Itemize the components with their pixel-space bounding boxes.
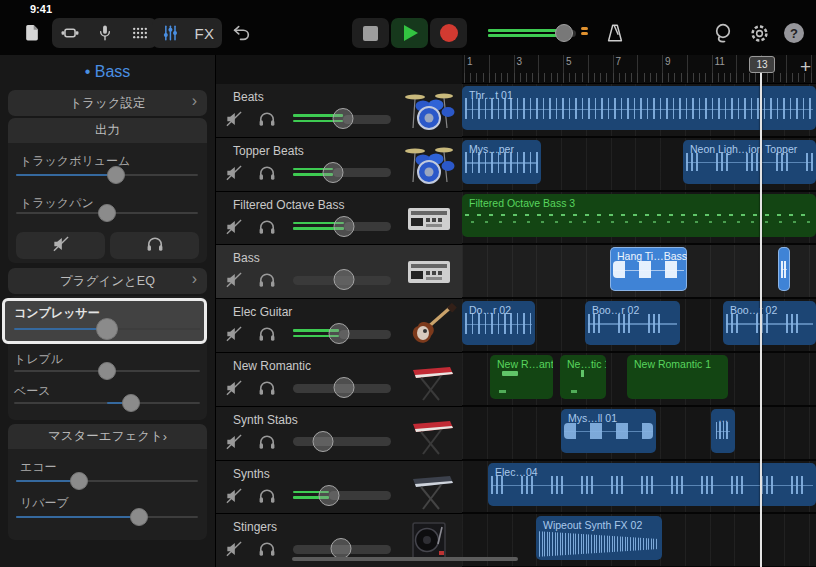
track-volume-slider[interactable] [293,431,391,452]
track-volume-slider[interactable] [16,165,198,185]
synthmodule-instrument-image[interactable] [401,249,457,295]
track-headphones-button[interactable] [255,323,279,345]
redkeyboard-instrument-image[interactable] [401,357,457,403]
track-mute-button[interactable] [222,485,246,507]
guitar-instrument-image[interactable] [401,303,457,349]
master-effects-header[interactable]: マスターエフェクト › [8,424,207,449]
region-elec-04[interactable]: Elec…04 [488,463,816,507]
track-mute-button[interactable] [222,162,246,184]
slider-knob[interactable] [333,216,354,237]
track-volume-slider[interactable] [293,108,391,129]
stop-button[interactable] [352,18,389,48]
track-row-synth-stabs[interactable]: Synth Stabs [215,407,462,461]
timeline-lane-topper-beats[interactable]: Mys…perNeon Ligh…ion Topper [462,138,816,192]
region-boo-r-02[interactable]: Boo…r 02 [585,301,680,345]
track-volume-slider[interactable] [293,377,391,398]
bass-eq-slider[interactable] [14,393,200,413]
fx-button[interactable]: FX [187,18,222,48]
track-volume-slider[interactable] [293,162,391,183]
track-mute-button[interactable] [222,323,246,345]
master-volume-slider[interactable] [488,23,576,43]
region-neon-ligh-ion-topper[interactable]: Neon Ligh…ion Topper [683,140,816,184]
timeline-lane-new-romantic[interactable]: New R…antic 1Ne…tic 1New Romantic 1 [462,353,816,407]
slider-knob[interactable] [329,323,350,344]
region-bass[interactable] [778,247,790,291]
metronome-button[interactable] [600,18,630,48]
master-volume-knob[interactable] [555,24,573,42]
document-browser-button[interactable] [17,18,47,48]
track-headphones-button[interactable] [255,377,279,399]
track-headphones-button[interactable] [255,269,279,291]
region-mys-ll-01[interactable]: Mys…ll 01 [561,409,656,453]
track-volume-slider[interactable] [293,269,391,290]
track-headphones-button[interactable] [255,108,279,130]
slider-knob[interactable] [130,508,148,526]
playhead-line[interactable] [760,68,762,567]
reverb-slider[interactable] [16,507,198,527]
slider-knob[interactable] [122,394,140,412]
slider-knob[interactable] [332,108,353,129]
track-settings-button[interactable]: トラック設定 › [8,90,207,116]
slider-knob[interactable] [323,162,344,183]
track-row-bass[interactable]: Bass [215,245,462,299]
track-row-new-romantic[interactable]: New Romantic [215,353,462,407]
track-pan-slider[interactable] [16,203,198,223]
camera-connector-button[interactable] [52,18,87,48]
timeline-lane-synths[interactable]: Elec…04 [462,461,816,515]
timeline-lane-bass[interactable]: Hang Ti…Bass 02 [462,245,816,299]
redkeyboard-instrument-image[interactable] [401,411,457,457]
slider-knob[interactable] [98,204,116,222]
compressor-slider[interactable] [14,319,200,339]
timeline-lane-filtered-octave-bass[interactable]: Filtered Octave Bass 3 [462,192,816,246]
timeline-lane-beats[interactable]: Thr…t 01 [462,84,816,138]
track-headphones-button[interactable] [255,162,279,184]
settings-button[interactable] [744,18,774,48]
track-mute-button[interactable] [222,431,246,453]
track-mute-button[interactable] [222,108,246,130]
horizontal-scrollbar[interactable] [292,557,518,561]
region-thr-t-01[interactable]: Thr…t 01 [462,86,816,130]
plugins-eq-button[interactable]: プラグインとEQ › [8,268,207,294]
track-headphones-button[interactable] [255,216,279,238]
track-volume-slider[interactable] [293,216,391,237]
slider-knob[interactable] [96,318,118,340]
track-row-topper-beats[interactable]: Topper Beats [215,138,462,192]
slider-knob[interactable] [333,377,354,398]
region-hang-ti-bass-02[interactable]: Hang Ti…Bass 02 [610,247,687,291]
help-button[interactable]: ? [779,18,809,48]
track-row-filtered-octave-bass[interactable]: Filtered Octave Bass [215,192,462,246]
slider-knob[interactable] [70,472,88,490]
track-row-beats[interactable]: Beats [215,84,462,138]
track-headphones-button[interactable] [255,485,279,507]
region-new-r-antic-1[interactable]: New R…antic 1 [490,355,553,399]
undo-button[interactable] [226,18,256,48]
mixer-controls-button[interactable] [152,18,187,48]
track-headphones-button[interactable] [255,431,279,453]
darkkeyboard-instrument-image[interactable] [401,465,457,511]
track-mute-button[interactable] [222,216,246,238]
track-mute-button[interactable] [222,538,246,560]
loop-browser-button[interactable] [708,18,738,48]
echo-slider[interactable] [16,471,198,491]
slider-knob[interactable] [98,362,116,380]
track-row-synths[interactable]: Synths [215,461,462,515]
track-mute-button[interactable] [222,269,246,291]
record-button[interactable] [430,18,467,48]
timeline-lane-synth-stabs[interactable]: Mys…ll 01… [462,407,816,461]
region-wipeout-synth-fx-02[interactable]: Wipeout Synth FX 02 [536,516,662,560]
slider-knob[interactable] [313,431,334,452]
region-ne-tic-1[interactable]: Ne…tic 1 [560,355,606,399]
mute-button[interactable] [16,232,105,259]
track-volume-slider[interactable] [293,485,391,506]
solo-headphones-button[interactable] [110,232,199,259]
synthmodule-instrument-image[interactable] [401,196,457,242]
slider-knob[interactable] [107,166,125,184]
drums-instrument-image[interactable] [401,88,457,134]
region-filtered-octave-bass-3[interactable]: Filtered Octave Bass 3 [462,194,816,238]
region-[interactable]: … [711,409,735,453]
timeline-lane-elec-guitar[interactable]: Do…r 02Boo…r 02Boo…r 02 [462,299,816,353]
region-mys-per[interactable]: Mys…per [462,140,541,184]
play-button[interactable] [391,18,428,48]
region-do-r-02[interactable]: Do…r 02 [462,301,535,345]
microphone-button[interactable] [87,18,122,48]
